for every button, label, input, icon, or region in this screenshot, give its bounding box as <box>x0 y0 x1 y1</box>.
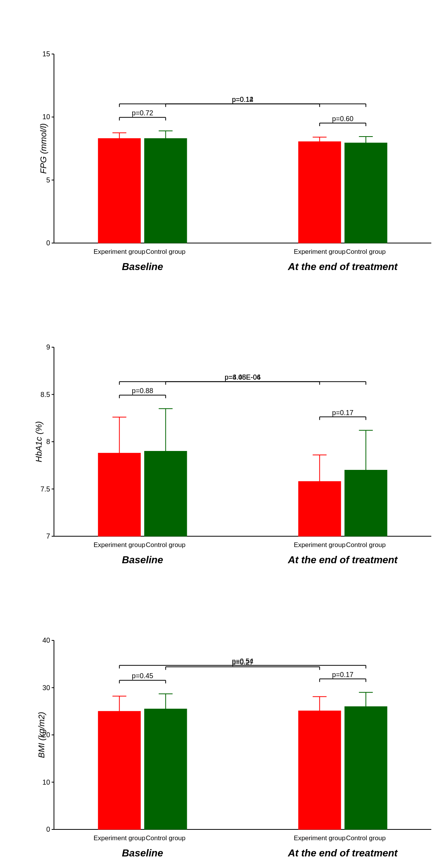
svg-text:8.5: 8.5 <box>40 391 50 399</box>
svg-text:Control group: Control group <box>346 248 386 255</box>
svg-rect-25 <box>345 143 387 243</box>
svg-text:8: 8 <box>46 438 50 446</box>
svg-text:At the end of treatment: At the end of treatment <box>288 554 398 566</box>
svg-text:0: 0 <box>46 239 50 247</box>
chart-bmi: BMI (kg/m2)010203040Experiment groupCont… <box>15 594 424 868</box>
svg-text:p=0.45: p=0.45 <box>132 672 153 680</box>
svg-text:p=0.60: p=0.60 <box>332 115 353 123</box>
svg-text:7.5: 7.5 <box>40 485 50 493</box>
svg-text:p=0.14: p=0.14 <box>232 96 254 103</box>
svg-text:Baseline: Baseline <box>122 847 163 859</box>
svg-text:Control group: Control group <box>346 541 386 549</box>
svg-text:15: 15 <box>42 50 50 58</box>
svg-text:0: 0 <box>46 826 50 833</box>
svg-text:10: 10 <box>42 113 50 121</box>
svg-text:Control group: Control group <box>146 834 185 842</box>
svg-rect-10 <box>98 138 141 243</box>
svg-text:5: 5 <box>46 176 50 184</box>
svg-rect-125 <box>345 707 387 830</box>
svg-text:At the end of treatment: At the end of treatment <box>288 261 398 272</box>
svg-text:10: 10 <box>42 778 50 786</box>
chart-hba1c: HbA1c (%)77.588.59Experiment groupContro… <box>15 301 424 583</box>
charts-container: FPG (mmol/l)051015Experiment groupContro… <box>0 0 439 868</box>
svg-text:20: 20 <box>42 731 50 739</box>
svg-text:Baseline: Baseline <box>122 261 163 272</box>
svg-rect-110 <box>98 711 141 829</box>
svg-text:Experiment group: Experiment group <box>294 834 345 842</box>
svg-text:Experiment group: Experiment group <box>294 541 345 549</box>
chart-svg-hba1c: 77.588.59Experiment groupControl groupEx… <box>15 301 439 586</box>
svg-text:Experiment group: Experiment group <box>94 834 145 842</box>
svg-text:9: 9 <box>46 343 50 351</box>
svg-text:Control group: Control group <box>146 541 185 549</box>
svg-text:Experiment group: Experiment group <box>94 541 145 549</box>
svg-text:p=0.72: p=0.72 <box>132 109 153 117</box>
chart-fpg: FPG (mmol/l)051015Experiment groupContro… <box>15 8 424 289</box>
svg-text:p=0.17: p=0.17 <box>332 671 353 679</box>
svg-rect-115 <box>145 709 187 829</box>
svg-text:Experiment group: Experiment group <box>294 248 345 255</box>
svg-text:Control group: Control group <box>346 834 386 842</box>
svg-rect-120 <box>298 711 341 829</box>
svg-text:Control group: Control group <box>146 248 185 255</box>
svg-text:p=0.88: p=0.88 <box>132 387 153 395</box>
svg-text:p=0.17: p=0.17 <box>332 409 353 417</box>
svg-text:p=0.27: p=0.27 <box>232 659 254 666</box>
chart-svg-fpg: 051015Experiment groupControl groupExper… <box>15 8 439 293</box>
svg-rect-20 <box>298 142 341 243</box>
svg-text:Baseline: Baseline <box>122 554 163 566</box>
svg-text:40: 40 <box>42 637 50 644</box>
svg-text:p=8.08E-06: p=8.08E-06 <box>225 373 261 381</box>
chart-svg-bmi: 010203040Experiment groupControl groupEx… <box>15 594 439 868</box>
svg-rect-15 <box>145 138 187 243</box>
svg-text:30: 30 <box>42 684 50 692</box>
svg-text:Experiment group: Experiment group <box>94 248 145 255</box>
svg-text:7: 7 <box>46 532 50 540</box>
svg-text:At the end of treatment: At the end of treatment <box>288 847 398 859</box>
